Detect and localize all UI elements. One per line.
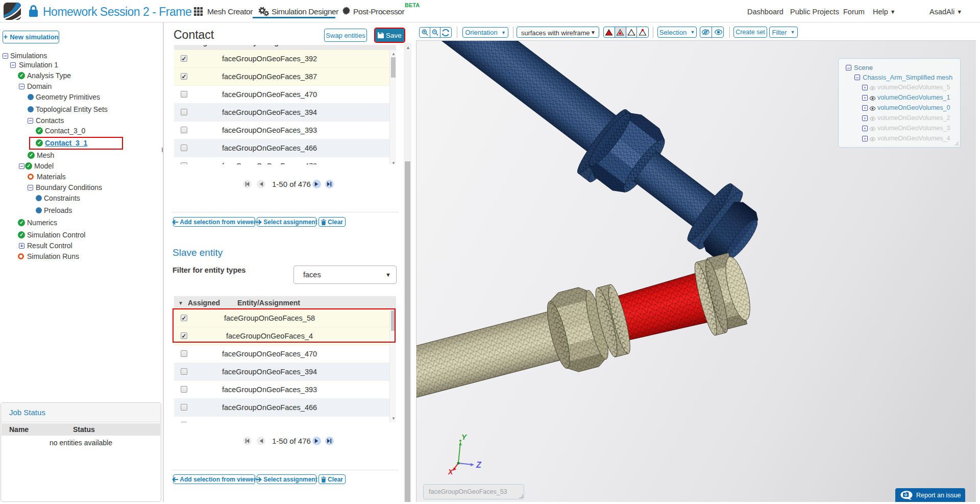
svg-text:X: X bbox=[448, 468, 454, 476]
svg-text:Z: Z bbox=[476, 461, 482, 469]
svg-text:Y: Y bbox=[461, 433, 468, 441]
